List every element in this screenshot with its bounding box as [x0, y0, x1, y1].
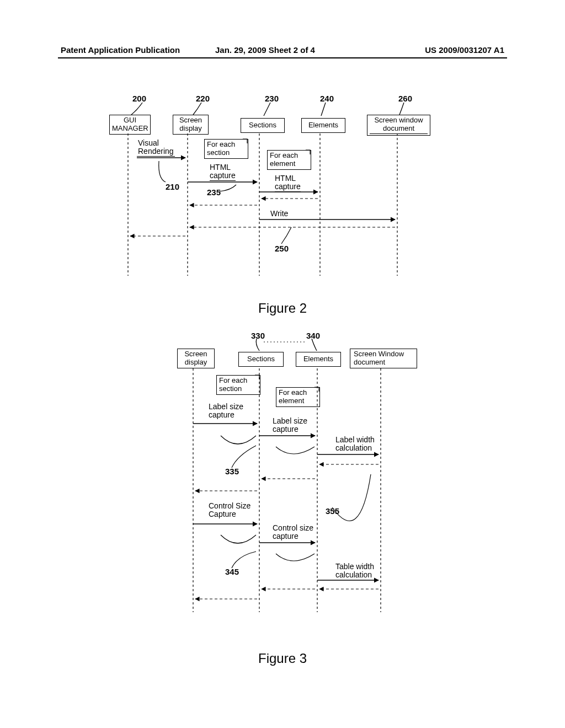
ref-260: 260 — [398, 94, 412, 103]
ref-200: 200 — [132, 94, 146, 103]
msg-label-size-capture-2: Label size capture — [273, 417, 307, 434]
msg-html-capture-2: HTML capture — [275, 174, 301, 192]
header-left: Patent Application Publication — [61, 45, 180, 55]
ref-335: 335 — [225, 467, 239, 476]
msg-control-size-capture-2: Control size capture — [273, 524, 313, 541]
ref-345: 345 — [225, 567, 239, 576]
ref-235: 235 — [207, 188, 221, 197]
figure-3-caption: Figure 3 — [0, 651, 565, 666]
ref-355: 355 — [326, 506, 339, 516]
loop-each-section-f3: For each section — [216, 375, 260, 395]
box-sections-f3: Sections — [238, 352, 284, 367]
ref-240: 240 — [320, 94, 334, 103]
ref-220: 220 — [196, 94, 210, 103]
ref-250: 250 — [275, 244, 289, 253]
msg-control-size-capture-1: Control Size Capture — [209, 502, 250, 519]
loop-each-element-f2: For each element — [267, 150, 311, 170]
ref-210: 210 — [166, 182, 179, 191]
box-elements-f3: Elements — [296, 352, 341, 367]
box-screen-window-doc: Screen window document — [367, 115, 430, 136]
msg-table-width-calc: Table width calculation — [335, 563, 374, 580]
box-elements: Elements — [301, 118, 345, 133]
header-mid: Jan. 29, 2009 Sheet 2 of 4 — [215, 45, 315, 55]
box-screen-display: Screen display — [173, 115, 209, 135]
msg-visual-rendering: Visual Rendering — [137, 139, 175, 157]
box-gui-manager: GUI MANAGER — [109, 115, 151, 135]
header-right: US 2009/0031207 A1 — [425, 45, 504, 55]
figure-2-caption: Figure 2 — [0, 301, 565, 316]
box-swd-f3: Screen Window document — [350, 349, 417, 368]
ref-230: 230 — [265, 94, 279, 103]
box-sections: Sections — [241, 118, 285, 133]
fig3-svg — [0, 325, 565, 634]
box-screen-display-f3: Screen display — [177, 349, 215, 368]
header-rule — [58, 57, 507, 58]
ref-340: 340 — [306, 331, 320, 340]
ref-330: 330 — [251, 331, 265, 340]
msg-write: Write — [270, 210, 288, 218]
msg-html-capture-1: HTML capture — [210, 163, 236, 181]
loop-each-element-f3: For each element — [276, 387, 320, 407]
loop-each-section-f2: For each section — [204, 139, 248, 159]
msg-label-width-calc: Label width calculation — [335, 436, 375, 453]
patent-page: Patent Application Publication Jan. 29, … — [0, 0, 565, 728]
msg-label-size-capture-1: Label size capture — [209, 403, 243, 420]
